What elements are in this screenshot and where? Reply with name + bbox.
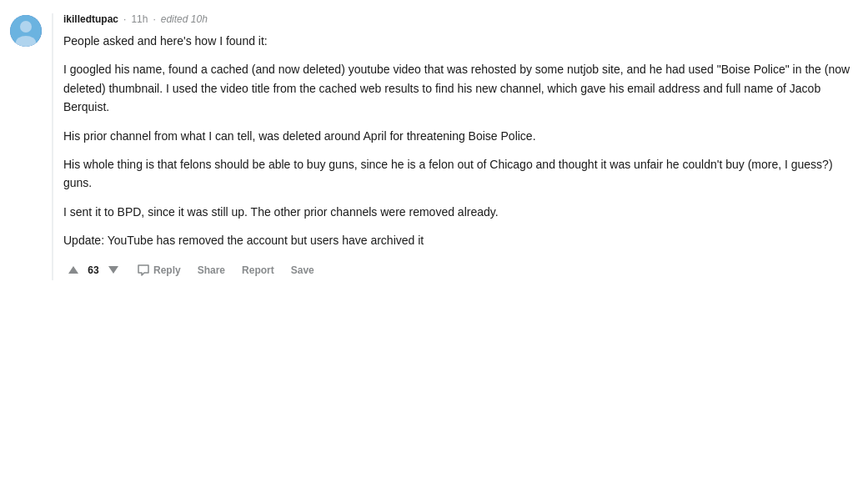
comment-actions: 63 Reply Share Report Save [63,260,855,280]
comment-header: ikilledtupac · 11h · edited 10h [63,13,855,25]
report-button[interactable]: Report [235,261,281,279]
username: ikilledtupac [63,13,118,25]
share-button[interactable]: Share [191,261,232,279]
header-dot: · [123,13,126,25]
comment-body: ikilledtupac · 11h · edited 10h People a… [52,13,855,280]
paragraph-1: People asked and here's how I found it: [63,32,855,50]
save-label: Save [291,264,314,276]
upvote-icon [68,266,78,274]
comment-text: People asked and here's how I found it: … [63,32,855,250]
upvote-button[interactable] [63,263,83,277]
comment: ikilledtupac · 11h · edited 10h People a… [0,0,868,294]
svg-point-1 [20,21,32,33]
avatar [10,15,42,47]
vote-count: 63 [87,264,100,276]
reply-icon [137,264,150,277]
timestamp: 11h [131,13,148,25]
vote-section: 63 [63,263,123,277]
paragraph-3: His prior channel from what I can tell, … [63,127,855,145]
paragraph-4: His whole thing is that felons should be… [63,155,855,193]
edited-label: edited 10h [161,13,208,25]
reply-button[interactable]: Reply [130,260,188,280]
report-label: Report [242,264,274,276]
save-button[interactable]: Save [284,261,321,279]
downvote-icon [108,266,118,274]
share-label: Share [198,264,225,276]
paragraph-6: Update: YouTube has removed the account … [63,231,855,249]
downvote-button[interactable] [103,263,123,277]
paragraph-5: I sent it to BPD, since it was still up.… [63,203,855,221]
header-dot-2: · [153,13,155,25]
reply-label: Reply [153,264,181,276]
paragraph-2: I googled his name, found a cached (and … [63,60,855,116]
